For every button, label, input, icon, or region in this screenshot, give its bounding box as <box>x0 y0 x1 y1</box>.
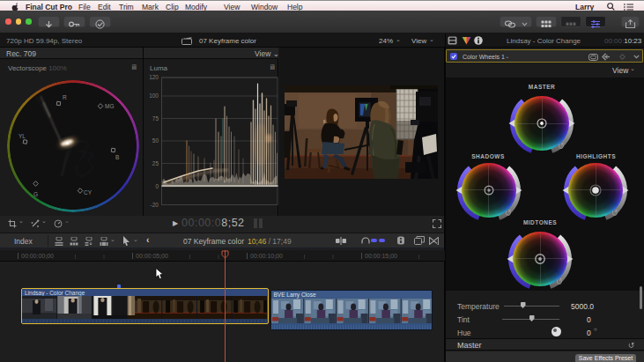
svg-text:YL: YL <box>19 133 26 139</box>
svg-text:B: B <box>115 154 119 160</box>
svg-text:G: G <box>33 191 38 197</box>
svg-text:100: 100 <box>149 92 159 99</box>
svg-text:25: 25 <box>152 160 159 166</box>
svg-text:-20: -20 <box>151 202 159 208</box>
svg-text:120: 120 <box>149 74 159 80</box>
svg-text:75: 75 <box>152 115 159 122</box>
svg-text:CY: CY <box>84 189 93 196</box>
svg-text:0: 0 <box>155 183 159 189</box>
svg-text:50: 50 <box>152 137 159 144</box>
svg-text:R: R <box>63 94 67 100</box>
svg-text:MG: MG <box>105 103 114 109</box>
